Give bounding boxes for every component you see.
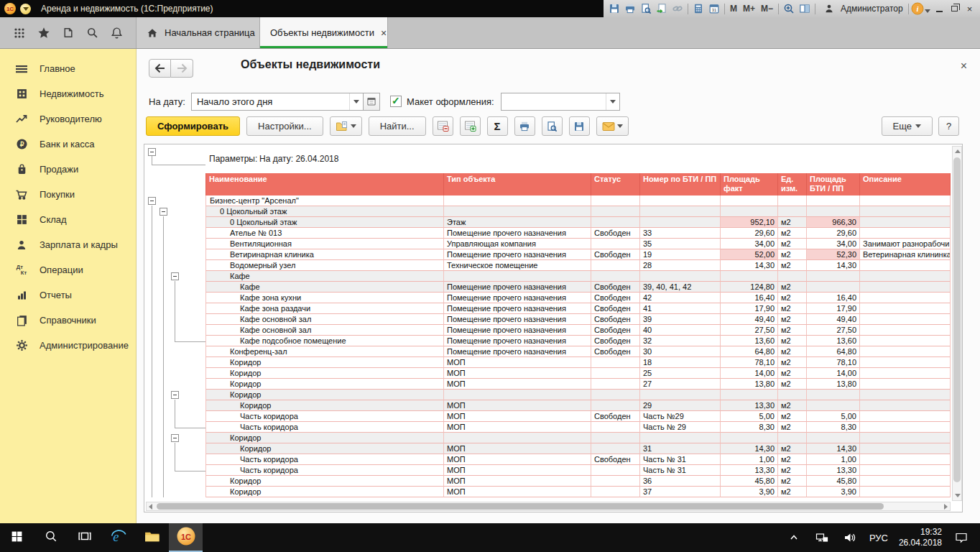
cell-name[interactable]: Кафе основной зал (205, 314, 444, 325)
calendar-icon[interactable]: 31 (706, 1, 722, 16)
cell-area-fact[interactable]: 13,30 (721, 465, 778, 476)
cell-area-fact[interactable]: 13,80 (721, 379, 778, 390)
cell-type[interactable]: Помещение прочего назначения (444, 325, 591, 336)
cell-unit[interactable]: м2 (778, 400, 807, 411)
table-row[interactable]: Кафе основной залПомещение прочего назна… (205, 314, 951, 325)
cell-number[interactable]: 28 (640, 260, 721, 271)
cell-unit[interactable]: м2 (778, 228, 807, 239)
cell-status[interactable]: Свободен (591, 282, 640, 293)
cell-unit[interactable]: м2 (778, 357, 807, 368)
cell-unit[interactable]: м2 (778, 465, 807, 476)
cell-name[interactable]: Водомерный узел (205, 260, 444, 271)
cell-description[interactable] (860, 206, 951, 217)
cell-unit[interactable]: м2 (778, 336, 807, 346)
table-row[interactable]: Бизнес-центр "Арсенал" (205, 196, 951, 206)
calendar-picker-button[interactable] (364, 93, 380, 111)
scroll-left-icon[interactable] (149, 504, 152, 510)
cell-name[interactable]: Коридор (205, 487, 444, 497)
cell-number[interactable]: 41 (640, 303, 721, 314)
cell-area-fact[interactable]: 14,30 (721, 260, 778, 271)
sidebar-item-purchases[interactable]: Покупки (0, 182, 136, 207)
cell-number[interactable] (640, 390, 721, 400)
cell-number[interactable]: Часть №29 (640, 411, 721, 422)
taskbar-app-ie[interactable]: e (101, 523, 135, 552)
cell-unit[interactable] (778, 390, 807, 400)
cell-unit[interactable] (778, 206, 807, 217)
cell-type[interactable] (444, 433, 591, 443)
save-icon[interactable] (606, 1, 622, 16)
cell-number[interactable]: 39, 40, 41, 42 (640, 282, 721, 293)
cell-name[interactable]: Кафе (205, 282, 444, 293)
cell-type[interactable]: МОП (444, 400, 591, 411)
cell-status[interactable] (591, 487, 640, 497)
cell-unit[interactable]: м2 (778, 325, 807, 336)
language-indicator[interactable]: РУС (869, 533, 888, 543)
cell-status[interactable] (591, 476, 640, 487)
sidebar-item-warehouse[interactable]: Склад (0, 207, 136, 232)
cell-name[interactable]: Коридор (205, 379, 444, 390)
settings-button[interactable]: Настройки... (246, 116, 323, 136)
forward-button[interactable] (171, 59, 193, 78)
cell-type[interactable] (444, 390, 591, 400)
cell-status[interactable] (591, 400, 640, 411)
table-row[interactable]: Кафе подсобное помещениеПомещение прочег… (205, 336, 951, 346)
cell-unit[interactable] (778, 271, 807, 282)
cell-name[interactable]: Коридор (205, 390, 444, 400)
help-button[interactable]: ? (938, 116, 959, 136)
cell-area-bti[interactable] (807, 282, 860, 293)
cell-area-bti[interactable]: 966,30 (807, 217, 860, 228)
cell-type[interactable] (444, 271, 591, 282)
cell-name[interactable]: Ателье № 013 (205, 228, 444, 239)
cell-name[interactable]: Кафе (205, 271, 444, 282)
cell-area-fact[interactable]: 17,90 (721, 303, 778, 314)
cell-description[interactable] (860, 476, 951, 487)
info-dropdown-icon[interactable] (925, 9, 930, 13)
table-row[interactable]: Часть коридораМОПЧасть № 3113,30м213,30 (205, 465, 951, 476)
cell-description[interactable] (860, 282, 951, 293)
network-icon[interactable] (813, 529, 831, 546)
cell-name[interactable]: Коридор (205, 357, 444, 368)
scroll-down-icon[interactable] (955, 494, 961, 497)
cell-number[interactable]: 29 (640, 400, 721, 411)
cell-number[interactable]: 36 (640, 476, 721, 487)
global-search-icon[interactable] (83, 24, 101, 42)
table-row[interactable]: Коридор (205, 390, 951, 400)
collapse-group-toggle[interactable] (171, 434, 179, 442)
cell-number[interactable]: 37 (640, 487, 721, 497)
horizontal-scroll-thumb[interactable] (157, 503, 884, 510)
cell-type[interactable]: Помещение прочего назначения (444, 303, 591, 314)
cell-status[interactable]: Свободен (591, 411, 640, 422)
minimize-button[interactable] (932, 1, 947, 16)
cell-name[interactable]: Часть коридора (205, 422, 444, 433)
cell-status[interactable]: Свободен (591, 336, 640, 346)
cell-name[interactable]: 0 Цокольный этаж (205, 206, 444, 217)
cell-description[interactable] (860, 260, 951, 271)
cell-area-fact[interactable] (721, 271, 778, 282)
table-row[interactable]: Ветиринарная клиникаПомещение прочего на… (205, 249, 951, 260)
cell-description[interactable] (860, 433, 951, 443)
cell-name[interactable]: Ветиринарная клиника (205, 249, 444, 260)
cell-type[interactable]: Помещение прочего назначения (444, 228, 591, 239)
table-row[interactable]: КоридорМОП373,90м23,90 (205, 487, 951, 497)
cell-unit[interactable]: м2 (778, 239, 807, 249)
cell-number[interactable]: 42 (640, 293, 721, 303)
cell-unit[interactable]: м2 (778, 422, 807, 433)
current-user[interactable]: Администратор (818, 0, 906, 17)
cell-name[interactable]: Кафе основной зал (205, 325, 444, 336)
cell-area-fact[interactable]: 14,30 (721, 443, 778, 454)
cell-area-bti[interactable] (807, 433, 860, 443)
cell-area-fact[interactable]: 16,40 (721, 293, 778, 303)
cell-number[interactable]: 27 (640, 379, 721, 390)
cell-type[interactable]: Помещение прочего назначения (444, 293, 591, 303)
preview-button[interactable] (542, 116, 563, 136)
table-row[interactable]: Ателье № 013Помещение прочего назначения… (205, 228, 951, 239)
cell-description[interactable] (860, 379, 951, 390)
cell-type[interactable]: МОП (444, 411, 591, 422)
history-icon[interactable] (59, 24, 76, 42)
main-menu-button[interactable] (20, 4, 31, 14)
taskbar-app-task-view[interactable] (68, 523, 101, 552)
cell-area-fact[interactable]: 1,00 (721, 454, 778, 465)
table-row[interactable]: ВентиляционнаяУправляющая компания3534,0… (205, 239, 951, 249)
cell-number[interactable]: Часть № 31 (640, 454, 721, 465)
cell-status[interactable]: Свободен (591, 228, 640, 239)
